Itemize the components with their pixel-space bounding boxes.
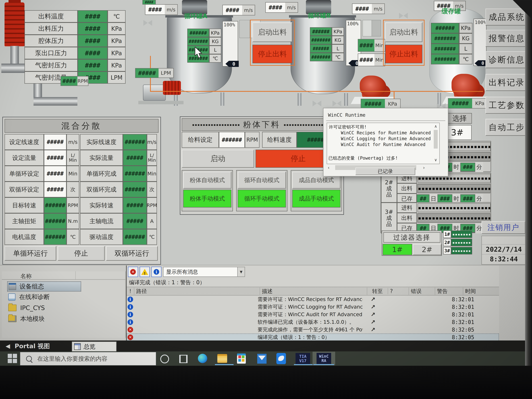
powder-manual-mode-button[interactable]: 粉体手动模式 xyxy=(183,190,231,208)
error-filter-button[interactable]: ✕ xyxy=(128,267,138,277)
param-set-value[interactable]: ##### xyxy=(44,182,66,197)
scroll-right-icon[interactable]: › xyxy=(423,165,425,170)
vscroll-thumb[interactable] xyxy=(434,130,438,149)
search-placeholder: 在这里输入你要搜索的内容 xyxy=(37,355,108,363)
tree-item-online-diag[interactable]: 在线和诊断 xyxy=(7,292,80,302)
cycle-auto-mode-button[interactable]: 循环自动模式 xyxy=(238,171,286,189)
mix-stop-button[interactable]: 停止 xyxy=(57,246,105,261)
start-discharge-button-1[interactable]: 启动出料 xyxy=(253,22,292,42)
taskbar-search-box[interactable]: 在这里输入你要搜索的内容 xyxy=(20,352,156,366)
tank-unit: KG xyxy=(459,33,472,44)
file-explorer-icon[interactable] xyxy=(217,354,227,363)
error-icon: ✕ xyxy=(130,269,136,275)
param-unit: RPM xyxy=(147,197,157,213)
goto-arrow-icon[interactable]: ↗ xyxy=(371,304,375,310)
goto-arrow-icon[interactable]: ↗ xyxy=(371,311,375,318)
back-triangle-icon[interactable]: ◀ xyxy=(6,343,10,349)
scroll-left-icon[interactable]: ‹ xyxy=(328,165,329,170)
record-dots: ▪▪▪▪▪▪▪▪▪▪▪▪▪▪▪▪▪▪▪▪▪▪ xyxy=(418,214,491,222)
message-row[interactable]: i 需要许可证：WinCC Recipes for RT Advanced ↗ … xyxy=(127,296,499,303)
col-description[interactable]: 描述 xyxy=(260,288,367,295)
scroll-up-icon[interactable]: ∧ xyxy=(433,123,439,129)
store-tile xyxy=(242,359,244,362)
goto-arrow-icon[interactable]: ↗ xyxy=(371,319,375,325)
param-set-value[interactable]: ##### xyxy=(44,166,66,182)
start-discharge-button-2[interactable]: 启动出料 xyxy=(385,22,422,42)
tree-item-label: 在线和诊断 xyxy=(19,293,50,301)
mail-icon[interactable] xyxy=(257,354,266,364)
col-severity[interactable]: ! xyxy=(127,288,134,294)
param-unit: KPa xyxy=(108,47,126,59)
powder-auto-mode-button[interactable]: 粉体自动模式 xyxy=(183,171,231,189)
single-cycle-run-button[interactable]: 单循环运行 xyxy=(5,246,56,261)
col-goto[interactable]: 转至 xyxy=(367,288,388,295)
message-row[interactable]: i 需要许可证：WinCC Logging for RT Advanced ↗ … xyxy=(127,303,499,311)
feed-set-value[interactable]: ###### xyxy=(219,132,245,148)
stop-discharge-button-2[interactable]: 停止出料 xyxy=(385,45,422,63)
bird-app-icon[interactable] xyxy=(276,353,286,364)
tank-value: ####### xyxy=(431,44,459,54)
seal-flow-value: ##### xyxy=(136,69,158,77)
win-square xyxy=(13,359,17,363)
col-warnings[interactable]: 警告 xyxy=(435,288,463,295)
warning-exclamation: ! xyxy=(144,272,146,276)
out-label: 出料 xyxy=(397,213,417,223)
message-row[interactable]: i 需要许可证：WinCC Audit for RT Advanced ↗ 8:… xyxy=(127,311,499,318)
product-manual-mode-button[interactable]: 成品手动模式 xyxy=(292,190,341,208)
param-set-value[interactable]: ##### xyxy=(44,134,66,150)
warning-filter-button[interactable]: ! xyxy=(140,267,150,277)
wincc-ra-active-slot[interactable]: WinC RA xyxy=(313,352,335,365)
col-path[interactable]: 路径 xyxy=(134,288,260,295)
portal-view-button[interactable]: Portal 视图 xyxy=(15,342,50,350)
tree-item-local-modules[interactable]: 本地模块 xyxy=(7,314,80,323)
sidebar-item-process-params[interactable]: 工艺参数 xyxy=(485,97,528,114)
cycle-manual-mode-button[interactable]: 循环手动模式 xyxy=(238,190,286,208)
sidebar-item-alarm-info[interactable]: 报警信息 xyxy=(485,30,528,47)
filter-2-button[interactable]: 2# xyxy=(413,244,441,255)
sidebar-item-discharge-records[interactable]: 出料记录 xyxy=(485,74,528,91)
panel-title-bar: ▪▪▪▪▪▪▪▪▪▪▪▪▪▪▪▪▪▪▪▪ 粉体下料 ▪▪▪▪▪▪▪▪▪▪▪▪▪▪… xyxy=(182,118,342,131)
col-time[interactable]: 时间 xyxy=(463,288,499,295)
message-desc: 要完成此操作，需要一个至少支持 4961 个 PowerTag 的... xyxy=(258,326,363,333)
message-row[interactable]: ✕ 要完成此操作，需要一个至少支持 4961 个 PowerTag 的... ↗… xyxy=(127,326,499,333)
cortana-icon[interactable] xyxy=(160,355,169,363)
cycle-timer-set[interactable]: #### xyxy=(358,54,374,66)
edge-icon[interactable] xyxy=(198,354,207,363)
sidebar-item-auto-steps[interactable]: 自动工步 xyxy=(485,119,528,136)
store-icon[interactable] xyxy=(237,354,246,364)
dialog-item: WinCC Recipes for Runtime Advanced xyxy=(341,130,431,135)
message-filter-dropdown[interactable]: 显示所有消息 ▼ xyxy=(163,267,245,277)
message-row[interactable]: i 软件编译已完成（设备版本：15.1.0.0）。 ↗ 8:32:01 xyxy=(127,318,499,326)
col-question[interactable]: ? xyxy=(388,288,409,294)
logout-button[interactable]: 注销用户 xyxy=(481,221,525,234)
goto-arrow-icon[interactable]: ↗ xyxy=(371,326,375,333)
line-speed-value: #### xyxy=(352,4,372,14)
powder-start-button[interactable]: 启动 xyxy=(182,150,254,168)
info-icon: i xyxy=(127,312,133,317)
param-unit: ℃ xyxy=(66,229,79,245)
dialog-ok-button[interactable]: 已记录 xyxy=(355,168,415,175)
scroll-down-icon[interactable]: ∨ xyxy=(433,157,439,163)
compile-status-text: 编译完成（错误：1：警告：0） xyxy=(129,279,205,286)
double-cycle-run-button[interactable]: 双循环运行 xyxy=(106,246,158,261)
task-view-icon[interactable] xyxy=(179,355,188,363)
sidebar-item-diagnostic-info[interactable]: 诊断信息 xyxy=(485,51,528,68)
dropdown-arrow-icon[interactable]: ▼ xyxy=(237,267,245,277)
param-set-value[interactable]: ##### xyxy=(44,150,66,166)
windows-start-button[interactable] xyxy=(8,354,17,363)
message-row-selected[interactable]: ✕ 编译完成（错误：1：警告：0） 8:32:05 xyxy=(127,333,499,341)
tree-item-device-config[interactable]: 设备组态 xyxy=(7,281,81,291)
info-icon: i xyxy=(127,297,133,302)
info-filter-button[interactable]: i xyxy=(151,267,161,277)
stop-discharge-button-1[interactable]: 停止出料 xyxy=(253,45,292,63)
goto-arrow-icon[interactable]: ↗ xyxy=(371,296,375,303)
param-unit: m/s xyxy=(147,134,157,150)
tia-v17-icon[interactable]: TIA V17 xyxy=(296,353,310,364)
store-tile xyxy=(242,355,244,358)
valve-icon xyxy=(399,13,408,19)
col-errors[interactable]: 错误 xyxy=(409,288,435,295)
overview-tab[interactable]: 总览 xyxy=(72,342,116,352)
dialog-vscrollbar[interactable]: ∧ ∨ xyxy=(433,123,439,163)
tree-item-ipc[interactable]: IPC_CYS xyxy=(7,303,80,313)
filter-1-button[interactable]: 1# xyxy=(383,244,412,255)
